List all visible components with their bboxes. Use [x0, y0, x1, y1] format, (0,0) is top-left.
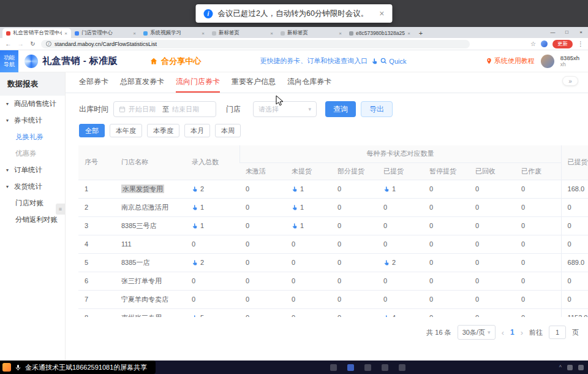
page-size-select[interactable]: 30条/页 ▾	[458, 325, 496, 340]
tab-close-icon[interactable]: ×	[407, 31, 410, 36]
favicon	[143, 31, 148, 36]
tutorial-link[interactable]: 系统使用教程	[486, 56, 535, 66]
window-close-button[interactable]: ×	[574, 27, 588, 38]
search-button[interactable]: 查询	[325, 101, 356, 117]
tab-close-icon[interactable]: ×	[202, 31, 205, 36]
share-center-link[interactable]: 合分享中心	[149, 56, 201, 67]
cell-recycled: 0	[469, 180, 515, 198]
maximize-button[interactable]: □	[560, 27, 574, 38]
cell-voided: 0	[515, 272, 561, 290]
cell-partial: 0	[331, 308, 377, 317]
site-info-icon[interactable]: i	[46, 41, 51, 47]
page-number-1[interactable]: 1	[510, 328, 514, 337]
forward-icon[interactable]: →	[17, 40, 24, 47]
prev-page-button[interactable]: ‹	[502, 328, 504, 337]
cell-recycled: 0	[469, 308, 515, 317]
header-right: 系统使用教程 8385xh xh	[486, 55, 588, 68]
bookmark-star-icon[interactable]: ☆	[530, 40, 536, 47]
brand: 礼盒营销 - 标准版	[24, 55, 118, 68]
browser-tab-6[interactable]: e8c573980b1328a258fd2a6l ×	[345, 28, 414, 38]
tray-expand-icon[interactable]: ^	[559, 364, 562, 370]
cell-partial: 0	[331, 253, 377, 272]
tab-close-icon[interactable]: ×	[64, 31, 67, 36]
user-avatar[interactable]	[541, 55, 554, 68]
col-voided: 已作废	[515, 162, 561, 180]
taskbar-app-icon[interactable]	[364, 364, 371, 371]
chevron-down-icon: ▾	[308, 106, 311, 112]
cell-recycled: 0	[469, 235, 515, 253]
user-subname: xh	[560, 61, 579, 68]
tab-close-icon[interactable]: ×	[133, 31, 136, 36]
hand-pointer-icon	[292, 223, 298, 229]
quick-filter-week[interactable]: 本周	[215, 124, 241, 137]
tab-title: 门店管理中心	[81, 29, 130, 37]
tab-close-icon[interactable]: ×	[339, 31, 342, 36]
meeting-app-icon[interactable]	[2, 363, 11, 372]
sidebar-item-shipping-stats[interactable]: ▾ 发货统计	[0, 178, 65, 195]
sidebar-item-card-stats[interactable]: ▾ 券卡统计	[0, 112, 65, 129]
browser-tab-4[interactable]: 新标签页 ×	[208, 28, 277, 38]
tab-key-customer-info[interactable]: 重要客户信息	[232, 77, 276, 93]
close-icon[interactable]: ×	[379, 9, 384, 18]
browser-tab-2[interactable]: 门店管理中心 ×	[71, 28, 140, 38]
function-nav-toggle[interactable]: 功能 导航	[0, 50, 18, 72]
start-date-input[interactable]	[129, 105, 159, 113]
tray-icon[interactable]	[567, 365, 573, 370]
taskbar-app-icon[interactable]	[330, 364, 337, 371]
date-range-picker[interactable]: 至	[113, 101, 216, 117]
sidebar-item-discount-coupon[interactable]: 优惠券	[0, 145, 65, 162]
sidebar-collapse-handle[interactable]: ≡	[56, 204, 65, 215]
tab-hq-direct-cards[interactable]: 总部直发券卡	[120, 77, 164, 93]
cell-amount: 689.0	[561, 253, 588, 272]
tray-icon[interactable]	[578, 365, 584, 370]
sidebar-item-product-sales[interactable]: ▾ 商品销售统计	[0, 96, 65, 112]
profile-avatar[interactable]	[541, 40, 548, 47]
taskbar-app-icon[interactable]	[347, 364, 354, 371]
new-tab-button[interactable]: +	[416, 28, 426, 37]
browser-tab-5[interactable]: 新标签页 ×	[277, 28, 345, 38]
brand-logo-icon	[24, 55, 38, 68]
screen: i 会议已超过2人，自动转为60分钟限时会议。 × 礼盒营销平台管理中心 × 门…	[0, 0, 588, 374]
reload-icon[interactable]: ↻	[29, 40, 37, 47]
sidebar-item-distribution-rebate[interactable]: 分销返利对账	[0, 212, 65, 228]
panel-collapse-icon[interactable]: »	[562, 76, 578, 86]
sidebar-item-label: 订单统计	[14, 166, 42, 175]
cell-voided: 0	[515, 198, 561, 216]
browser-menu-icon[interactable]: ⋮	[578, 40, 584, 47]
store-select[interactable]: 请选择 ▾	[253, 101, 317, 117]
cell-inactive: 0	[239, 253, 285, 272]
tab-close-icon[interactable]: ×	[270, 31, 273, 36]
taskbar-app-icon[interactable]	[399, 364, 405, 371]
sidebar-item-order-stats[interactable]: ▾ 订单统计	[0, 162, 65, 178]
back-icon[interactable]: ←	[4, 40, 12, 47]
quick-filter-quarter[interactable]: 本季度	[147, 124, 179, 137]
sidebar-item-redeem-coupon[interactable]: 兑换礼券	[0, 129, 65, 145]
browser-tab-1[interactable]: 礼盒营销平台管理中心 ×	[2, 28, 71, 38]
taskbar-app-icon[interactable]	[382, 364, 388, 371]
tab-store-flow-cards[interactable]: 流向门店券卡	[176, 77, 220, 93]
sidebar-item-label: 兑换礼券	[15, 132, 43, 142]
search-icon	[380, 58, 387, 64]
next-page-button[interactable]: ›	[521, 328, 523, 337]
quick-filter-year[interactable]: 本年度	[110, 124, 142, 137]
goto-page-input[interactable]	[549, 326, 566, 339]
browser-update-button[interactable]: 更新	[552, 40, 573, 48]
export-button[interactable]: 导出	[361, 101, 393, 117]
tab-warehouse-flow-cards[interactable]: 流向仓库券卡	[287, 77, 331, 93]
quick-filter-month[interactable]: 本月	[184, 124, 210, 137]
window-controls: — □ ×	[546, 27, 588, 38]
page-size-value: 30条/页	[462, 328, 485, 337]
minimize-button[interactable]: —	[546, 27, 560, 38]
cell-unpicked: 1	[285, 180, 331, 198]
url-bar[interactable]: i standard.maboy.cn/CardFlowStatisticsLi…	[41, 40, 470, 48]
data-table-wrap: 序号 门店名称 录入总数 每种券卡状态对应数量 已提货金额 未激活 未提货 部分	[78, 145, 588, 317]
promo-link[interactable]: 更快捷的券卡、订单和快递查询入口	[260, 56, 368, 66]
table-row: 5 8385一店 2 0 0 0 2 0 0 0	[78, 253, 588, 272]
cell-paused: 0	[423, 290, 469, 308]
browser-tab-3[interactable]: 系统视频学习 ×	[140, 28, 208, 38]
quick-search[interactable]: Quick	[371, 58, 406, 65]
tab-all-cards[interactable]: 全部券卡	[79, 77, 108, 93]
cell-index: 1	[78, 180, 115, 198]
end-date-input[interactable]	[172, 105, 203, 113]
quick-filter-all[interactable]: 全部	[79, 124, 105, 137]
